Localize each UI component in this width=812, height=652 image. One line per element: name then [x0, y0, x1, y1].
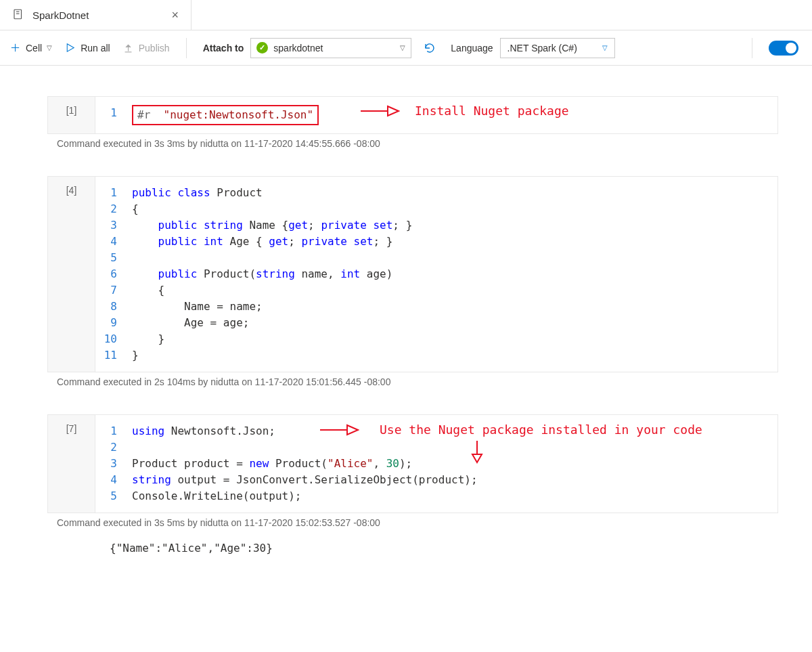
- t: get: [288, 219, 308, 232]
- notebook-icon: [12, 8, 24, 22]
- line-number: 3: [110, 217, 117, 234]
- notebook-body: [1] 1 #r "nuget:Newtonsoft.Json"Install …: [0, 66, 812, 588]
- code-cell[interactable]: [7] 1 2 3 4 5 using Newtonsoft.Json;Use …: [47, 414, 778, 513]
- t: Product: [210, 186, 263, 199]
- language-value: .NET Spark (C#): [508, 43, 577, 53]
- exec-count: [7]: [48, 415, 95, 513]
- attach-label: Attach to: [203, 43, 244, 53]
- t: ; }: [392, 219, 412, 232]
- t: int: [340, 267, 360, 280]
- t: set: [354, 235, 374, 248]
- code-cell[interactable]: [4] 1 2 3 4 5 6 7 8 9 10 11 public class…: [47, 176, 778, 372]
- toolbar: Cell ▽ Run all Publish Attach to sparkdo…: [0, 30, 812, 66]
- code-area[interactable]: using Newtonsoft.Json;Use the Nuget pack…: [122, 415, 777, 513]
- t: private: [321, 219, 366, 232]
- line-number: 2: [110, 201, 117, 217]
- arrow-right-icon: [359, 104, 400, 118]
- arrow-down-icon: [470, 439, 484, 464]
- line-number: 8: [110, 299, 117, 315]
- line-gutter: 1 2 3 4 5 6 7 8 9 10 11: [95, 177, 122, 372]
- t: 30: [386, 457, 399, 470]
- t: get: [269, 235, 288, 248]
- t: }: [132, 349, 139, 362]
- attach-value: sparkdotnet: [273, 43, 323, 53]
- t: class: [177, 186, 210, 199]
- line-number: 4: [110, 472, 117, 488]
- t: Age = age;: [184, 316, 249, 329]
- t: string: [204, 219, 243, 232]
- code-token: #r: [137, 108, 150, 121]
- exec-count: [1]: [48, 97, 95, 133]
- status-ok-icon: [256, 42, 268, 53]
- highlight-box: #r "nuget:Newtonsoft.Json": [132, 105, 319, 125]
- line-number: 1: [110, 105, 117, 121]
- publish-label: Publish: [139, 43, 170, 53]
- cell-status: Command executed in 3s 3ms by nidutta on…: [57, 138, 778, 149]
- language-dropdown[interactable]: .NET Spark (C#) ▽: [500, 38, 615, 58]
- divider: [186, 38, 187, 58]
- line-number: 5: [110, 250, 117, 266]
- t: Name = name;: [184, 300, 263, 313]
- line-number: 1: [110, 423, 117, 439]
- t: using: [132, 425, 164, 437]
- line-number: 11: [104, 347, 117, 364]
- t: Newtonsoft.Json;: [164, 425, 275, 437]
- svg-marker-5: [67, 44, 74, 51]
- chevron-down-icon: ▽: [47, 44, 52, 51]
- exec-count: [4]: [48, 177, 95, 372]
- t: string: [132, 473, 171, 486]
- t: "Alice": [328, 457, 373, 470]
- attach-dropdown[interactable]: sparkdotnet ▽: [250, 38, 411, 58]
- t: Product(: [269, 457, 328, 470]
- refresh-button[interactable]: [424, 42, 436, 54]
- t: public: [158, 219, 198, 232]
- t: set: [373, 219, 392, 232]
- notebook-tab[interactable]: SparkDotnet ×: [0, 0, 191, 30]
- t: {: [158, 284, 165, 297]
- t: public: [158, 235, 198, 248]
- tab-bar: SparkDotnet ×: [0, 0, 812, 30]
- chevron-down-icon: ▽: [602, 44, 608, 51]
- line-gutter: 1: [95, 97, 122, 133]
- attach-block: Attach to sparkdotnet ▽: [203, 38, 412, 58]
- t: ; }: [373, 235, 392, 248]
- annotation-text: Use the Nuget package installed in your …: [380, 422, 702, 438]
- language-block: Language .NET Spark (C#) ▽: [451, 38, 614, 58]
- publish-button: Publish: [122, 42, 170, 53]
- t: new: [249, 457, 269, 470]
- t: public: [158, 267, 198, 280]
- code-area[interactable]: #r "nuget:Newtonsoft.Json"Install Nuget …: [122, 97, 777, 133]
- arrow-right-icon: [319, 422, 359, 437]
- t: );: [399, 457, 412, 470]
- t: ,: [373, 457, 386, 470]
- code-token: "nuget:Newtonsoft.Json": [164, 108, 314, 121]
- toggle-switch[interactable]: [769, 41, 798, 56]
- run-all-label: Run all: [81, 43, 110, 53]
- line-number: 6: [110, 266, 117, 282]
- annotation: [470, 439, 484, 464]
- t: Product product =: [132, 457, 249, 470]
- t: string: [256, 267, 295, 280]
- svg-rect-0: [14, 9, 22, 19]
- svg-marker-8: [388, 106, 399, 116]
- t: name,: [295, 267, 340, 280]
- close-icon[interactable]: ×: [171, 8, 179, 22]
- line-number: 2: [110, 439, 117, 456]
- code-area[interactable]: public class Product { public string Nam…: [122, 177, 777, 372]
- line-number: 1: [110, 185, 117, 201]
- code-cell[interactable]: [1] 1 #r "nuget:Newtonsoft.Json"Install …: [47, 96, 778, 134]
- t: {: [132, 202, 139, 215]
- chevron-down-icon: ▽: [400, 44, 405, 51]
- cell-status: Command executed in 2s 104ms by nidutta …: [57, 376, 778, 387]
- add-cell-button[interactable]: Cell ▽: [9, 42, 52, 53]
- t: ;: [288, 235, 301, 248]
- line-number: 10: [104, 331, 117, 347]
- t: Console.WriteLine(output);: [132, 490, 301, 502]
- line-number: 7: [110, 282, 117, 299]
- t: age): [360, 267, 392, 280]
- t: Product(: [197, 267, 256, 280]
- run-all-button[interactable]: Run all: [64, 42, 110, 53]
- t: Name {: [243, 219, 288, 232]
- line-number: 3: [110, 456, 117, 472]
- line-gutter: 1 2 3 4 5: [95, 415, 122, 513]
